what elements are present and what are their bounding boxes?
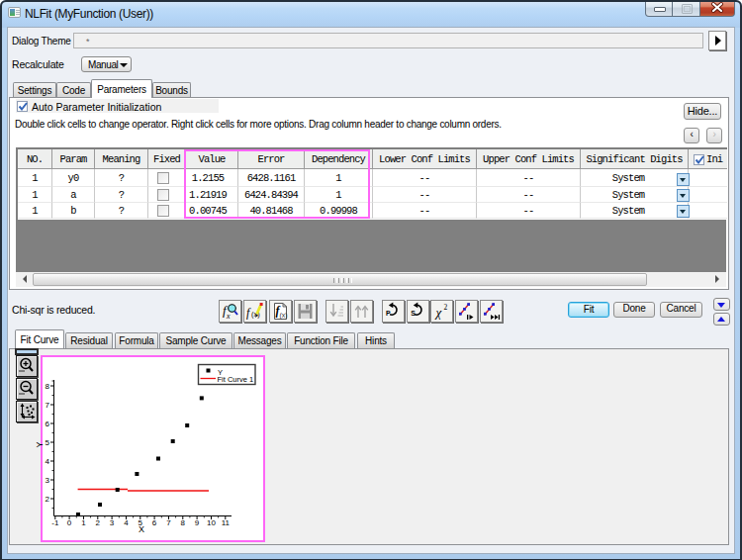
svg-text:8: 8 (46, 382, 50, 391)
svg-text:2: 2 (46, 495, 50, 504)
svg-text:Fit Curve 1: Fit Curve 1 (218, 375, 254, 384)
svg-text:χ: χ (434, 305, 442, 320)
svg-text:-1: -1 (51, 518, 59, 527)
svg-text:2: 2 (444, 303, 448, 312)
svg-text:9: 9 (195, 518, 200, 527)
svg-text:6: 6 (46, 420, 50, 428)
svg-text:6: 6 (152, 518, 157, 527)
svg-text:10: 10 (207, 518, 216, 527)
svg-text:(x): (x) (280, 312, 288, 320)
svg-text:4: 4 (124, 518, 129, 527)
svg-text:1: 1 (81, 518, 86, 527)
svg-text:X: X (139, 524, 144, 534)
svg-text:7: 7 (46, 401, 50, 410)
svg-text:3: 3 (46, 476, 50, 485)
svg-text:P: P (386, 310, 391, 317)
svg-text:2: 2 (96, 518, 101, 527)
svg-text:7: 7 (166, 518, 171, 527)
svg-text:5: 5 (46, 438, 50, 447)
svg-text:S: S (411, 310, 416, 317)
svg-text:11: 11 (222, 518, 231, 527)
svg-text:0: 0 (67, 518, 72, 527)
svg-text:x: x (226, 312, 231, 321)
svg-text:3: 3 (110, 518, 115, 527)
svg-text:8: 8 (181, 518, 186, 527)
svg-text:4: 4 (46, 457, 50, 466)
